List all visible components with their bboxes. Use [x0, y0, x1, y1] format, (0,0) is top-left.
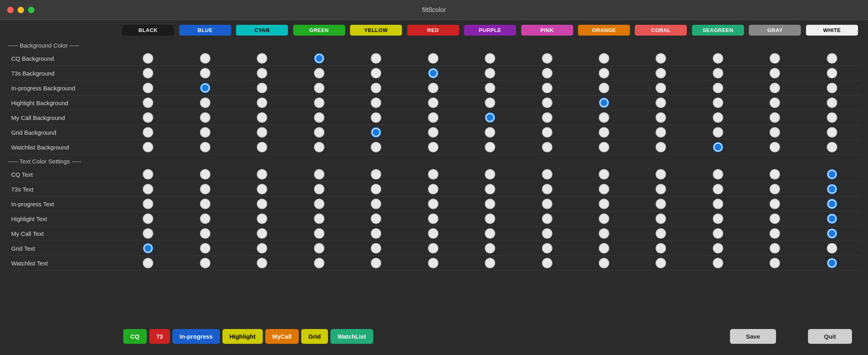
radio-73s-bg-black[interactable] — [143, 68, 153, 78]
radio-inprogress-text-purple[interactable] — [485, 199, 495, 209]
radio-inprogress-text-orange[interactable] — [599, 199, 609, 209]
radio-73s-bg-green[interactable] — [314, 68, 324, 78]
radio-cq-bg-green[interactable] — [314, 53, 324, 64]
footer-badge-inprogress-badge[interactable]: In-progress — [172, 329, 220, 344]
radio-watchlist-text-purple[interactable] — [485, 258, 495, 268]
radio-cq-text-black[interactable] — [143, 169, 153, 179]
radio-inprogress-text-black[interactable] — [143, 199, 153, 209]
radio-mycall-text-cyan[interactable] — [257, 228, 267, 239]
radio-watchlist-bg-green[interactable] — [314, 142, 324, 152]
radio-inprogress-text-blue[interactable] — [200, 199, 210, 209]
radio-highlight-text-green[interactable] — [314, 213, 324, 224]
radio-cq-text-yellow[interactable] — [371, 169, 381, 179]
radio-cq-bg-yellow[interactable] — [371, 53, 381, 64]
radio-mycall-text-purple[interactable] — [485, 228, 495, 239]
radio-inprogress-bg-pink[interactable] — [542, 83, 552, 93]
radio-highlight-text-purple[interactable] — [485, 213, 495, 224]
radio-highlight-bg-cyan[interactable] — [257, 98, 267, 108]
radio-mycall-bg-yellow[interactable] — [371, 112, 381, 123]
footer-badge-73-badge[interactable]: 73 — [149, 329, 170, 344]
radio-inprogress-text-red[interactable] — [428, 199, 438, 209]
maximize-button[interactable] — [28, 7, 34, 13]
radio-highlight-bg-gray[interactable] — [770, 98, 780, 108]
radio-watchlist-bg-seagreen[interactable] — [713, 142, 723, 152]
radio-grid-bg-yellow[interactable] — [371, 127, 381, 138]
radio-grid-bg-coral[interactable] — [656, 127, 666, 138]
radio-mycall-bg-purple[interactable] — [485, 112, 495, 123]
radio-highlight-bg-red[interactable] — [428, 98, 438, 108]
radio-mycall-bg-blue[interactable] — [200, 112, 210, 123]
radio-mycall-bg-gray[interactable] — [770, 112, 780, 123]
radio-grid-text-seagreen[interactable] — [713, 243, 723, 253]
radio-highlight-bg-seagreen[interactable] — [713, 98, 723, 108]
radio-cq-bg-blue[interactable] — [200, 53, 210, 64]
radio-highlight-text-seagreen[interactable] — [713, 213, 723, 224]
radio-watchlist-text-gray[interactable] — [770, 258, 780, 268]
radio-inprogress-bg-coral[interactable] — [656, 83, 666, 93]
radio-highlight-bg-white[interactable] — [827, 98, 837, 108]
radio-highlight-text-white[interactable] — [827, 213, 837, 224]
radio-73s-bg-orange[interactable] — [599, 68, 609, 78]
radio-73s-text-orange[interactable] — [599, 184, 609, 194]
radio-73s-bg-red[interactable] — [428, 68, 438, 78]
radio-mycall-bg-white[interactable] — [827, 112, 837, 123]
radio-mycall-text-red[interactable] — [428, 228, 438, 239]
color-badge-green[interactable]: GREEN — [293, 25, 345, 36]
radio-mycall-text-gray[interactable] — [770, 228, 780, 239]
color-badge-purple[interactable]: PURPLE — [464, 25, 516, 36]
radio-highlight-text-coral[interactable] — [656, 213, 666, 224]
radio-cq-text-blue[interactable] — [200, 169, 210, 179]
radio-73s-bg-blue[interactable] — [200, 68, 210, 78]
color-badge-red[interactable]: RED — [407, 25, 459, 36]
radio-mycall-text-white[interactable] — [827, 228, 837, 239]
radio-cq-text-red[interactable] — [428, 169, 438, 179]
radio-grid-bg-pink[interactable] — [542, 127, 552, 138]
radio-mycall-text-blue[interactable] — [200, 228, 210, 239]
radio-inprogress-bg-cyan[interactable] — [257, 83, 267, 93]
radio-watchlist-bg-white[interactable] — [827, 142, 837, 152]
radio-highlight-text-orange[interactable] — [599, 213, 609, 224]
radio-inprogress-bg-yellow[interactable] — [371, 83, 381, 93]
radio-highlight-text-yellow[interactable] — [371, 213, 381, 224]
radio-grid-bg-purple[interactable] — [485, 127, 495, 138]
radio-grid-bg-red[interactable] — [428, 127, 438, 138]
radio-watchlist-bg-yellow[interactable] — [371, 142, 381, 152]
radio-73s-bg-coral[interactable] — [656, 68, 666, 78]
radio-grid-bg-gray[interactable] — [770, 127, 780, 138]
radio-inprogress-text-green[interactable] — [314, 199, 324, 209]
radio-highlight-text-pink[interactable] — [542, 213, 552, 224]
radio-73s-text-yellow[interactable] — [371, 184, 381, 194]
radio-73s-text-green[interactable] — [314, 184, 324, 194]
radio-mycall-bg-green[interactable] — [314, 112, 324, 123]
radio-highlight-bg-green[interactable] — [314, 98, 324, 108]
radio-cq-bg-orange[interactable] — [599, 53, 609, 64]
radio-watchlist-bg-purple[interactable] — [485, 142, 495, 152]
radio-cq-bg-coral[interactable] — [656, 53, 666, 64]
radio-watchlist-bg-red[interactable] — [428, 142, 438, 152]
radio-inprogress-bg-gray[interactable] — [770, 83, 780, 93]
radio-73s-bg-pink[interactable] — [542, 68, 552, 78]
color-badge-orange[interactable]: ORANGE — [578, 25, 630, 36]
radio-watchlist-bg-cyan[interactable] — [257, 142, 267, 152]
color-badge-yellow[interactable]: YELLOW — [350, 25, 402, 36]
radio-cq-text-green[interactable] — [314, 169, 324, 179]
radio-inprogress-bg-red[interactable] — [428, 83, 438, 93]
radio-highlight-text-blue[interactable] — [200, 213, 210, 224]
radio-73s-text-coral[interactable] — [656, 184, 666, 194]
radio-watchlist-text-blue[interactable] — [200, 258, 210, 268]
radio-inprogress-bg-seagreen[interactable] — [713, 83, 723, 93]
radio-grid-text-pink[interactable] — [542, 243, 552, 253]
radio-highlight-bg-yellow[interactable] — [371, 98, 381, 108]
radio-cq-bg-white[interactable] — [827, 53, 837, 64]
radio-73s-bg-cyan[interactable] — [257, 68, 267, 78]
color-badge-white[interactable]: WHITE — [806, 25, 858, 36]
radio-watchlist-text-green[interactable] — [314, 258, 324, 268]
footer-badge-grid-badge[interactable]: Grid — [301, 329, 328, 344]
color-badge-black[interactable]: BLACK — [122, 25, 174, 36]
radio-cq-text-coral[interactable] — [656, 169, 666, 179]
radio-73s-text-blue[interactable] — [200, 184, 210, 194]
footer-badge-watchlist-badge[interactable]: WatchList — [330, 329, 373, 344]
radio-inprogress-text-yellow[interactable] — [371, 199, 381, 209]
radio-mycall-bg-black[interactable] — [143, 112, 153, 123]
radio-cq-bg-purple[interactable] — [485, 53, 495, 64]
